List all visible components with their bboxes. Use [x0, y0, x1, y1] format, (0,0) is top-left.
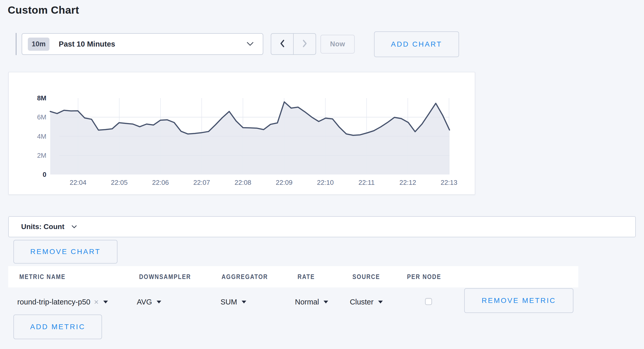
caret-down-icon: [378, 301, 383, 303]
column-header-per-node: PER NODE: [407, 273, 441, 281]
units-select[interactable]: Units: Count: [8, 216, 636, 237]
column-header-aggregator: AGGREGATOR: [222, 273, 268, 281]
chart-svg: 22:0422:0522:0622:0722:0822:0922:1022:11…: [9, 72, 475, 194]
step-forward-button[interactable]: [293, 34, 316, 54]
time-window-badge: 10m: [28, 38, 49, 51]
metric-name-select[interactable]: round-trip-latency-p50 ×: [17, 296, 108, 308]
add-metric-button[interactable]: ADD METRIC: [13, 315, 102, 339]
chevron-down-icon: [247, 42, 253, 46]
svg-text:22:11: 22:11: [358, 179, 375, 186]
column-header-metric-name: METRIC NAME: [19, 273, 65, 281]
units-label: Units: Count: [21, 223, 64, 231]
caret-down-icon: [242, 301, 246, 303]
rate-value: Normal: [295, 298, 319, 306]
time-window-label: Past 10 Minutes: [59, 40, 115, 48]
time-scale-accent-divider: [16, 33, 16, 55]
svg-text:0: 0: [43, 171, 46, 178]
svg-text:6M: 6M: [37, 113, 46, 121]
svg-text:2M: 2M: [37, 152, 46, 159]
per-node-checkbox[interactable]: [425, 298, 432, 305]
caret-down-icon: [157, 301, 161, 303]
svg-text:22:09: 22:09: [276, 179, 292, 186]
source-value: Cluster: [350, 298, 374, 306]
chevron-down-icon: [72, 225, 77, 229]
svg-text:22:12: 22:12: [399, 179, 416, 186]
svg-text:22:07: 22:07: [193, 179, 210, 186]
svg-text:8M: 8M: [37, 94, 46, 102]
add-chart-button[interactable]: ADD CHART: [374, 31, 459, 57]
time-window-select[interactable]: 10m Past 10 Minutes: [22, 33, 263, 55]
metric-name-value: round-trip-latency-p50: [17, 298, 90, 306]
svg-text:4M: 4M: [37, 133, 46, 140]
rate-select[interactable]: Normal: [295, 296, 328, 308]
svg-text:22:13: 22:13: [440, 179, 457, 186]
step-back-button[interactable]: [271, 34, 293, 54]
svg-text:22:08: 22:08: [234, 179, 251, 186]
downsampler-value: AVG: [137, 298, 152, 306]
caret-down-icon: [324, 301, 328, 303]
metrics-table-header: [8, 266, 578, 287]
chart-card: 22:0422:0522:0622:0722:0822:0922:1022:11…: [8, 72, 475, 195]
downsampler-select[interactable]: AVG: [137, 296, 161, 308]
now-button[interactable]: Now: [320, 35, 355, 54]
chevron-left-icon: [279, 39, 285, 49]
time-step-group: [271, 33, 316, 55]
page-title: Custom Chart: [8, 4, 79, 16]
svg-text:22:04: 22:04: [70, 179, 86, 186]
svg-text:22:06: 22:06: [152, 179, 169, 186]
column-header-downsampler: DOWNSAMPLER: [139, 273, 191, 281]
aggregator-select[interactable]: SUM: [221, 296, 246, 308]
column-header-source: SOURCE: [352, 273, 380, 281]
remove-metric-button[interactable]: REMOVE METRIC: [464, 288, 573, 313]
caret-down-icon: [103, 301, 108, 303]
svg-text:22:10: 22:10: [317, 179, 334, 186]
svg-text:22:05: 22:05: [111, 179, 128, 186]
remove-chart-button[interactable]: REMOVE CHART: [13, 240, 117, 264]
close-icon[interactable]: ×: [94, 298, 99, 306]
aggregator-value: SUM: [221, 298, 237, 306]
source-select[interactable]: Cluster: [350, 296, 383, 308]
chevron-right-icon: [302, 39, 308, 49]
column-header-rate: RATE: [298, 273, 315, 281]
